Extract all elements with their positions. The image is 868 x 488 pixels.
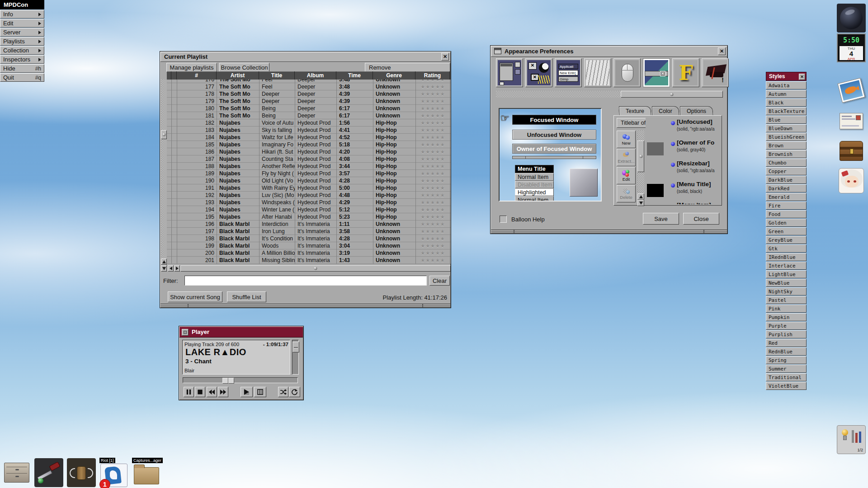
column-header-Genre[interactable]: Genre <box>373 71 415 80</box>
style-item-brownish[interactable]: Brownish <box>766 150 807 158</box>
delete-texture-button[interactable]: Delete <box>617 185 636 202</box>
texture-entry[interactable]: [Resizebar](solid, "rgb:aa/aa/a <box>646 160 721 180</box>
style-item-pastel[interactable]: Pastel <box>766 296 807 304</box>
preview-icon-tile[interactable] <box>570 169 598 197</box>
style-item-purplish[interactable]: Purplish <box>766 330 807 338</box>
volume-slider[interactable] <box>292 340 299 375</box>
table-row[interactable]: 189NujabesFly by Night (Hydeout Prod3:57… <box>167 170 451 177</box>
preview-focused-titlebar[interactable]: Focused Window <box>512 115 596 125</box>
table-row[interactable]: 185NujabesImaginary FoHydeout Prod5:18Hi… <box>167 141 451 148</box>
dock-tool-icon[interactable] <box>34 458 63 487</box>
mpdcon-menu-title[interactable]: MPDCon <box>0 0 44 9</box>
mpdcon-item-collection[interactable]: Collection <box>0 46 44 55</box>
style-item-adwaita[interactable]: Adwaita <box>766 81 807 89</box>
seek-slider[interactable] <box>183 377 298 383</box>
table-row[interactable]: 188NujabesAnother RefleHydeout Prod3:44H… <box>167 163 451 170</box>
table-row[interactable]: 182NujabesVoice of AutuHydeout Prod1:56H… <box>167 119 451 127</box>
horizontal-scrollbar-knob[interactable] <box>180 265 451 272</box>
table-row[interactable]: 195NujabesAfter HanabiHydeout Prod5:23Hi… <box>167 213 451 221</box>
tab-color[interactable]: Color <box>651 106 679 116</box>
texture-list-scrollbar-knob[interactable] <box>637 141 644 172</box>
mpdcon-item-server[interactable]: Server <box>0 28 44 37</box>
appearance-titlebar[interactable]: Appearance Preferences ✕ <box>491 46 727 57</box>
column-header-#[interactable]: # <box>177 71 217 80</box>
style-item-blueishgreen[interactable]: BlueishGreen <box>766 133 807 141</box>
dock-meter-icon[interactable]: 1/2 <box>837 425 866 454</box>
style-item-rednblue[interactable]: RednBlue <box>766 347 807 356</box>
dock-picture-icon[interactable] <box>837 77 866 106</box>
close-button[interactable]: Close <box>683 213 719 225</box>
texture-entry[interactable]: [Unfocused](solid, "rgb:aa/aa/a <box>646 118 721 139</box>
table-row[interactable]: 178The Soft MoDeeperDeeper4:39Unknown★★★… <box>167 90 451 98</box>
table-row[interactable]: 176The Soft MoFeelDeeper3:48Unknown★★★★★ <box>167 80 451 83</box>
scroll-up-icon[interactable] <box>161 258 167 265</box>
volume-slider-thumb[interactable] <box>292 342 299 352</box>
repeat-button[interactable] <box>289 387 300 397</box>
shuffle-button[interactable] <box>278 387 288 397</box>
dock-drawer-icon[interactable] <box>2 458 31 487</box>
stop-button[interactable] <box>195 387 205 397</box>
column-header-Time[interactable]: Time <box>336 71 373 80</box>
style-item-blacktexture[interactable]: BlackTexture <box>766 107 807 115</box>
table-row[interactable]: 187NujabesCounting StaHydeout Prod4:08Hi… <box>167 155 451 163</box>
style-item-blue[interactable]: Blue <box>766 116 807 124</box>
dock-riot-icon[interactable]: Riot [1] 1 <box>99 459 128 488</box>
pref-mouse-icon[interactable] <box>613 58 641 87</box>
style-item-golden[interactable]: Golden <box>766 219 807 227</box>
scroll-down-icon[interactable] <box>637 200 644 206</box>
dock-radio-icon[interactable] <box>67 458 96 487</box>
clear-button[interactable]: Clear <box>429 276 450 286</box>
column-header-blank[interactable] <box>171 71 177 80</box>
scroll-up-icon[interactable] <box>637 193 644 200</box>
pref-focus-icon[interactable]: ✕ ✕ <box>525 58 552 87</box>
style-item-interlace[interactable]: Interlace <box>766 262 807 270</box>
table-row[interactable]: 199Black MarblWoodsIt's Immateria3:04Unk… <box>167 242 451 249</box>
tab-texture[interactable]: Texture <box>618 106 651 116</box>
scroll-left-icon[interactable] <box>168 265 174 272</box>
pref-expert-icon[interactable]: ! <box>702 58 729 87</box>
pref-font-icon[interactable]: F <box>672 58 699 87</box>
filter-input[interactable] <box>184 276 427 286</box>
texture-list[interactable]: [Unfocused](solid, "rgb:aa/aa/a[Owner of… <box>646 118 721 204</box>
style-item-food[interactable]: Food <box>766 210 807 218</box>
styles-titlebar[interactable]: Styles ✕ <box>766 72 807 81</box>
style-item-fire[interactable]: Fire <box>766 202 807 210</box>
seek-slider-thumb[interactable] <box>222 378 234 384</box>
scroll-down-icon[interactable] <box>161 265 167 272</box>
dock-anime-girl-icon[interactable] <box>837 166 866 195</box>
style-item-red[interactable]: Red <box>766 339 807 347</box>
column-header-blank[interactable] <box>167 71 171 80</box>
mpdcon-item-hide[interactable]: Hide#h <box>0 64 44 73</box>
dock-clock-icon[interactable]: 5:50 THU 4 APR <box>837 33 866 62</box>
style-item-copper[interactable]: Copper <box>766 167 807 175</box>
column-header-Rating[interactable]: Rating <box>415 71 450 80</box>
style-item-darkred[interactable]: DarkRed <box>766 184 807 192</box>
pause-button[interactable] <box>184 387 194 397</box>
balloon-help-checkbox[interactable] <box>500 216 507 223</box>
style-item-green[interactable]: Green <box>766 227 807 235</box>
style-item-summer[interactable]: Summer <box>766 365 807 373</box>
table-row[interactable]: 183NujabesSky is fallingHydeout Prod4:41… <box>167 127 451 134</box>
pref-appearance-icon-selected[interactable]: ✕ <box>643 58 670 87</box>
preview-menu-item[interactable]: Normal Item <box>515 196 554 202</box>
table-row[interactable]: 177The Soft MoFeelDeeper3:48Unknown★★★★★ <box>167 83 451 90</box>
table-row[interactable]: 194NujabesWinter Lane (Hydeout Prod5:12H… <box>167 206 451 213</box>
table-row[interactable]: 197Black MarblIron LungIt's Immateria3:5… <box>167 228 451 235</box>
table-row[interactable]: 201Black MarblMissing SiblinIt's Immater… <box>167 257 451 264</box>
mpdcon-item-playlists[interactable]: Playlists <box>0 37 44 46</box>
close-icon[interactable]: ✕ <box>799 74 805 80</box>
table-row[interactable]: 184NujabesWaltz for LifeHydeout Prod4:52… <box>167 134 451 141</box>
table-row[interactable]: 191NujabesWith Rainy EyHydeout Prod5:00H… <box>167 184 451 192</box>
pref-keyboard-icon[interactable] <box>584 58 611 87</box>
remove-button[interactable]: Remove <box>365 63 450 72</box>
vertical-scrollbar[interactable] <box>161 80 167 258</box>
play-button[interactable] <box>241 387 253 397</box>
previous-button[interactable] <box>207 387 217 397</box>
style-item-lightblue[interactable]: LightBlue <box>766 270 807 278</box>
icons-scrollbar[interactable] <box>496 91 723 98</box>
table-row[interactable]: 200Black MarblA Million BillioIt's Immat… <box>167 249 451 257</box>
table-row[interactable]: 198Black MarblIt's ConditionIt's Immater… <box>167 235 451 242</box>
preview-menu-item[interactable]: Disabled Item <box>515 181 554 188</box>
style-item-purple[interactable]: Purple <box>766 322 807 330</box>
table-row[interactable]: 186NujabesHikari (ft. SutHydeout Prod4:2… <box>167 148 451 155</box>
